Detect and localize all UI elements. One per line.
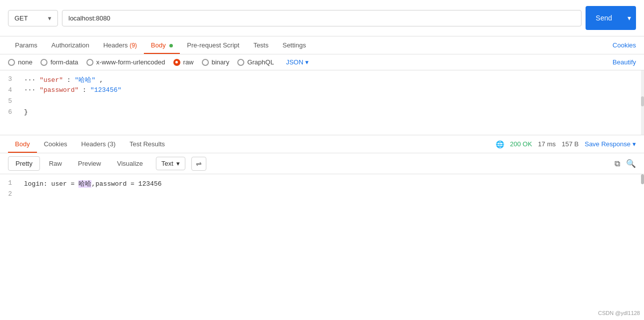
- cookies-link[interactable]: Cookies: [613, 41, 636, 49]
- json-chevron-icon: ▾: [305, 58, 309, 66]
- send-dropdown-icon[interactable]: ▾: [623, 10, 636, 26]
- line-content-4: ··· "password" : "123456": [20, 86, 644, 94]
- response-tabs: Body Cookies Headers (3) Test Results 🌐 …: [0, 135, 644, 153]
- response-toolbar: Pretty Raw Preview Visualize Text ▾ ⇌ ⧉ …: [0, 153, 644, 174]
- resp-tab-body[interactable]: Body: [8, 135, 37, 153]
- resp-tab-cookies[interactable]: Cookies: [37, 135, 74, 153]
- request-tabs: Params Authorization Headers (9) Body Pr…: [0, 36, 644, 54]
- radio-circle-raw: [173, 59, 180, 66]
- resp-scrollbar[interactable]: [641, 174, 644, 204]
- resp-headers-badge: (3): [107, 140, 115, 148]
- url-input[interactable]: [62, 10, 582, 26]
- body-active-dot: [169, 44, 173, 47]
- wrap-icon: ⇌: [196, 160, 202, 168]
- resp-line-num-1: 1: [0, 179, 20, 187]
- response-icon-area: ⧉ 🔍: [615, 159, 636, 168]
- tab-settings[interactable]: Settings: [275, 36, 313, 54]
- body-options-row: none form-data x-www-form-urlencoded raw…: [0, 54, 644, 70]
- json-format-selector[interactable]: JSON ▾: [286, 58, 309, 66]
- password-value: "123456": [90, 86, 121, 94]
- tab-pre-request-script[interactable]: Pre-request Script: [180, 36, 246, 54]
- radio-none[interactable]: none: [8, 58, 32, 66]
- highlighted-user-value: 哈哈: [78, 180, 91, 188]
- radio-circle-urlencoded: [86, 59, 93, 66]
- resp-line-2: 2: [0, 189, 644, 200]
- radio-binary[interactable]: binary: [202, 58, 229, 66]
- format-chevron-icon: ▾: [176, 160, 180, 167]
- globe-icon: 🌐: [496, 140, 504, 148]
- line-num-4: 4: [0, 86, 20, 94]
- send-label: Send: [586, 10, 622, 26]
- radio-graphql[interactable]: GraphQL: [237, 58, 274, 66]
- response-size: 157 B: [562, 140, 579, 148]
- resp-tab-headers[interactable]: Headers (3): [74, 135, 123, 153]
- editor-scrollbar[interactable]: [641, 70, 644, 135]
- search-icon[interactable]: 🔍: [626, 159, 636, 168]
- editor-scrollbar-thumb: [641, 96, 644, 106]
- tab-authorization[interactable]: Authorization: [44, 36, 96, 54]
- resp-tab-test-results[interactable]: Test Results: [122, 135, 172, 153]
- tab-headers[interactable]: Headers (9): [96, 36, 144, 54]
- code-line-3: 3 ··· "user" : "哈哈" ,: [0, 74, 644, 85]
- response-status-area: 🌐 200 OK 17 ms 157 B Save Response ▾: [496, 140, 636, 148]
- radio-urlencoded[interactable]: x-www-form-urlencoded: [86, 58, 165, 66]
- tab-params[interactable]: Params: [8, 36, 44, 54]
- request-body-editor[interactable]: 3 ··· "user" : "哈哈" , 4 ··· "password" :…: [0, 70, 644, 135]
- user-key: "user": [39, 76, 63, 84]
- response-content: 1 login: user = 哈哈,password = 123456 2: [0, 174, 644, 204]
- line-num-3: 3: [0, 75, 20, 83]
- user-value: "哈哈": [74, 76, 95, 84]
- method-label: GET: [14, 14, 28, 22]
- resp-line-num-2: 2: [0, 190, 20, 198]
- method-chevron-icon: ▾: [48, 14, 51, 22]
- view-pretty-button[interactable]: Pretty: [8, 156, 40, 171]
- view-visualize-button[interactable]: Visualize: [110, 157, 150, 170]
- response-time: 17 ms: [538, 140, 556, 148]
- tab-body[interactable]: Body: [144, 36, 180, 54]
- line-num-5: 5: [0, 97, 20, 105]
- status-code: 200 OK: [510, 140, 532, 148]
- code-line-6: 6 }: [0, 107, 644, 118]
- send-button[interactable]: Send ▾: [586, 6, 636, 30]
- copy-icon[interactable]: ⧉: [615, 159, 620, 168]
- beautify-button[interactable]: Beautify: [613, 58, 636, 66]
- text-format-selector[interactable]: Text ▾: [156, 157, 185, 170]
- password-key: "password": [39, 86, 78, 94]
- resp-scrollbar-thumb: [641, 174, 644, 184]
- radio-circle-none: [8, 59, 15, 66]
- radio-circle-graphql: [237, 59, 244, 66]
- code-line-5: 5: [0, 96, 644, 107]
- line-content-3: ··· "user" : "哈哈" ,: [20, 75, 644, 84]
- tab-tests[interactable]: Tests: [246, 36, 275, 54]
- view-preview-button[interactable]: Preview: [71, 157, 108, 170]
- radio-form-data[interactable]: form-data: [40, 58, 78, 66]
- line-content-6: }: [20, 108, 644, 116]
- save-response-chevron-icon: ▾: [633, 140, 636, 148]
- line-num-6: 6: [0, 108, 20, 116]
- radio-raw[interactable]: raw: [173, 58, 194, 66]
- resp-line-1: 1 login: user = 哈哈,password = 123456: [0, 178, 644, 189]
- resp-line-content-1: login: user = 哈哈,password = 123456: [20, 179, 644, 188]
- wrap-button[interactable]: ⇌: [191, 157, 206, 171]
- view-raw-button[interactable]: Raw: [42, 157, 69, 170]
- headers-badge: (9): [129, 42, 137, 49]
- top-bar: GET ▾ Send ▾: [0, 0, 644, 36]
- code-line-4: 4 ··· "password" : "123456": [0, 85, 644, 96]
- radio-circle-binary: [202, 59, 209, 66]
- save-response-button[interactable]: Save Response ▾: [585, 140, 636, 148]
- method-select[interactable]: GET ▾: [8, 10, 58, 26]
- radio-circle-form-data: [40, 59, 47, 66]
